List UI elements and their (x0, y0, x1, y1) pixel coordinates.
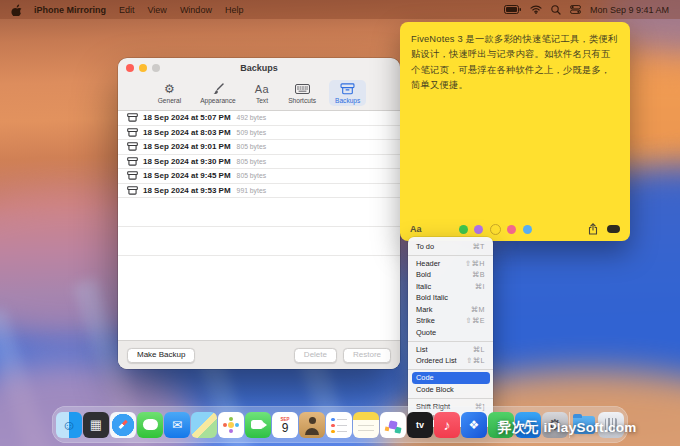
backup-list: 18 Sep 2024 at 5:07 PM492 bytes18 Sep 20… (118, 111, 400, 340)
menu-item-list[interactable]: List⌘L (412, 344, 490, 356)
window-title: Backups (118, 63, 400, 73)
battery-icon[interactable] (504, 5, 521, 14)
archive-box-icon (127, 142, 138, 151)
make-backup-button[interactable]: Make Backup (127, 348, 195, 363)
menu-separator (408, 341, 493, 342)
menu-item-bold[interactable]: Bold⌘B (412, 269, 490, 281)
apple-menu-icon[interactable] (11, 4, 22, 16)
tab-appearance[interactable]: Appearance (194, 80, 242, 106)
menu-item-mark[interactable]: Mark⌘M (412, 304, 490, 316)
backup-row[interactable]: 18 Sep 2024 at 9:30 PM805 bytes (118, 155, 400, 170)
format-context-menu: To do⌘THeader⇧⌘HBold⌘BItalic⌘IBold Itali… (408, 237, 493, 427)
pin-toggle-icon[interactable] (607, 225, 620, 234)
backup-row[interactable]: 18 Sep 2024 at 9:45 PM805 bytes (118, 169, 400, 184)
keyboard-icon (295, 82, 310, 96)
dock-reminders-icon[interactable] (326, 412, 352, 438)
menu-separator (408, 255, 493, 256)
menu-view[interactable]: View (148, 5, 167, 15)
note-color-blue[interactable] (523, 225, 532, 234)
note-color-switcher (459, 224, 532, 235)
settings-toolbar: ⚙GeneralAppearanceAaTextShortcutsBackups (118, 77, 400, 111)
backup-row[interactable]: 18 Sep 2024 at 9:53 PM991 bytes (118, 184, 400, 199)
restore-button[interactable]: Restore (343, 348, 391, 363)
paintbrush-icon (212, 82, 224, 96)
note-color-pink[interactable] (507, 225, 516, 234)
text-aa-icon: Aa (255, 82, 269, 96)
watermark: 异次元 iPlaySoft.com (498, 419, 637, 437)
menu-separator (408, 398, 493, 399)
dock-music-icon[interactable]: ♪ (434, 412, 460, 438)
archive-box-icon (127, 113, 138, 122)
menu-help[interactable]: Help (225, 5, 244, 15)
backup-row[interactable]: 18 Sep 2024 at 5:07 PM492 bytes (118, 111, 400, 126)
note-color-green[interactable] (459, 225, 468, 234)
dock-calendar-icon[interactable]: SEP9 (272, 412, 298, 438)
tab-shortcuts[interactable]: Shortcuts (282, 80, 322, 106)
dock-finder-icon[interactable]: ☺ (56, 412, 82, 438)
note-color-purple[interactable] (474, 225, 483, 234)
dock-contacts-icon[interactable] (299, 412, 325, 438)
backup-row[interactable]: 18 Sep 2024 at 9:01 PM805 bytes (118, 140, 400, 155)
archive-box-icon (127, 186, 138, 195)
note-toolbar: Aa (400, 222, 630, 236)
dock-facetime-icon[interactable] (245, 412, 271, 438)
dock-safari-icon[interactable] (110, 412, 136, 438)
dock-notes-icon[interactable] (353, 412, 379, 438)
control-center-icon[interactable] (570, 5, 581, 14)
menu-bar: iPhone Mirroring Edit View Window Help M… (0, 0, 680, 19)
empty-rows (118, 198, 400, 340)
wifi-icon[interactable] (530, 5, 542, 14)
dock-launchpad-icon[interactable]: ▦ (83, 412, 109, 438)
sticky-note[interactable]: FiveNotes 3 是一款多彩的快速笔记工具，类便利贴设计，快速呼出与记录内… (400, 22, 630, 241)
tab-backups[interactable]: Backups (329, 80, 366, 106)
menu-item-bold-italic[interactable]: Bold Italic (412, 292, 490, 304)
menu-item-quote[interactable]: Quote (412, 327, 490, 339)
dock-photos-icon[interactable] (218, 412, 244, 438)
archive-box-icon (340, 82, 355, 96)
format-menu-button[interactable]: Aa (410, 224, 422, 234)
dock-freeform-icon[interactable] (380, 412, 406, 438)
dock-shortcuts-icon[interactable]: ❖ (461, 412, 487, 438)
menu-bar-clock[interactable]: Mon Sep 9 9:41 AM (590, 5, 669, 15)
backup-row[interactable]: 18 Sep 2024 at 8:03 PM509 bytes (118, 126, 400, 141)
search-icon[interactable] (551, 5, 561, 15)
delete-button[interactable]: Delete (294, 348, 337, 363)
share-icon[interactable] (588, 223, 598, 235)
archive-box-icon (127, 171, 138, 180)
backups-window: Backups ⚙GeneralAppearanceAaTextShortcut… (118, 58, 400, 369)
note-color-yellow[interactable] (490, 224, 501, 235)
dock-maps-icon[interactable] (191, 412, 217, 438)
archive-box-icon (127, 157, 138, 166)
gear-icon: ⚙ (164, 82, 175, 96)
dock-messages-icon[interactable] (137, 412, 163, 438)
menu-item-ordered-list[interactable]: Ordered List⇧⌘L (412, 355, 490, 367)
dock-tv-icon[interactable]: tv (407, 412, 433, 438)
archive-box-icon (127, 128, 138, 137)
menu-item-strike[interactable]: Strike⇧⌘E (412, 315, 490, 327)
menu-item-code-block[interactable]: Code Block (412, 384, 490, 396)
window-titlebar[interactable]: Backups (118, 58, 400, 77)
window-footer: Make Backup Delete Restore (118, 340, 400, 369)
desktop: iPhone Mirroring Edit View Window Help M… (0, 0, 680, 446)
tab-text[interactable]: AaText (249, 80, 275, 106)
menu-item-italic[interactable]: Italic⌘I (412, 281, 490, 293)
menu-window[interactable]: Window (180, 5, 212, 15)
menu-edit[interactable]: Edit (119, 5, 135, 15)
menu-item-to-do[interactable]: To do⌘T (412, 241, 490, 253)
dock-mail-icon[interactable]: ✉ (164, 412, 190, 438)
note-text[interactable]: FiveNotes 3 是一款多彩的快速笔记工具，类便利贴设计，快速呼出与记录内… (400, 22, 630, 93)
tab-general[interactable]: ⚙General (152, 80, 187, 106)
menu-item-header[interactable]: Header⇧⌘H (412, 258, 490, 270)
menu-separator (408, 369, 493, 370)
menu-bar-app-name[interactable]: iPhone Mirroring (34, 5, 106, 15)
menu-item-code[interactable]: Code (412, 372, 490, 384)
